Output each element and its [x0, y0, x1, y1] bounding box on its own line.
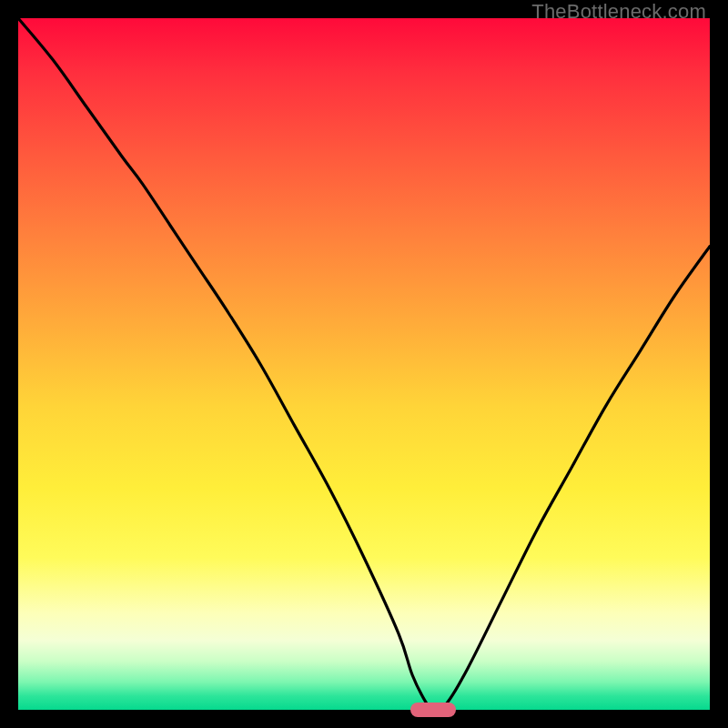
optimum-marker: [410, 703, 455, 717]
plot-area: [18, 18, 710, 710]
chart-frame: TheBottleneck.com: [0, 0, 728, 728]
bottleneck-curve: [18, 18, 710, 710]
curve-path: [18, 18, 710, 710]
